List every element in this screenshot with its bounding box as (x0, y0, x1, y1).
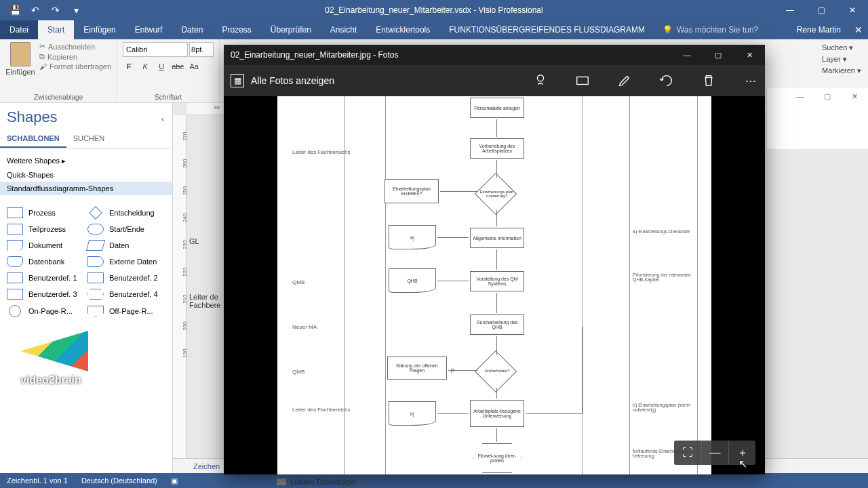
tab-view[interactable]: Ansicht (321, 20, 366, 39)
rotate-icon[interactable] (659, 73, 674, 88)
ribbon-tabs: Datei Start Einfügen Entwurf Daten Proze… (0, 20, 868, 39)
swimlane-label-gl: GL (189, 237, 220, 245)
shape-off-page-reference[interactable]: Off-Page-R... (87, 305, 165, 317)
qat-customize-icon[interactable]: ▾ (71, 5, 81, 16)
brush-icon: 🖌 (39, 62, 47, 70)
photos-minimize-button[interactable]: — (671, 45, 703, 65)
layer-button[interactable]: Layer ▾ (822, 55, 861, 64)
signed-in-user[interactable]: Rene Martin (797, 20, 841, 39)
font-name-select[interactable] (123, 42, 188, 57)
close-button[interactable]: ✕ (837, 0, 868, 20)
underline-button[interactable]: U (155, 62, 167, 70)
tab-start[interactable]: Start (38, 20, 74, 39)
photos-toolbar: ▦ Alle Fotos anzeigen ⋯ (224, 65, 765, 96)
more-shapes-item[interactable]: Weitere Shapes ▸ (7, 154, 165, 168)
shape-document[interactable]: Dokument (7, 240, 85, 251)
vertical-ruler: 270 260 250 240 230 220 210 200 190 (173, 115, 186, 473)
shapes-panel: Shapes ‹ SCHABLONEN SUCHEN Weitere Shape… (0, 103, 173, 473)
bg-close-icon[interactable]: ✕ (841, 88, 868, 104)
close-help-button[interactable]: ✕ (854, 20, 863, 39)
search-tab[interactable]: SUCHEN (66, 130, 111, 148)
shape-custom-2[interactable]: Benutzerdef. 2 (87, 272, 165, 283)
tab-review[interactable]: Überprüfen (261, 20, 321, 39)
font-size-select[interactable] (189, 42, 214, 57)
shape-start-end[interactable]: Start/Ende (87, 224, 165, 235)
share-icon[interactable] (533, 73, 548, 88)
window-title: 02_Einarbeitung_neuer_Mitarbeiter.vsdx -… (325, 5, 542, 15)
photos-close-button[interactable]: ✕ (734, 45, 765, 65)
find-button[interactable]: Suchen ▾ (822, 43, 861, 52)
displayed-image: Leiter des Fachbereichs QMB Neuer MA QMB… (277, 96, 711, 474)
paste-button[interactable]: Einfügen (5, 42, 35, 76)
swimlane-label-leiter: Leiter de Fachbere (189, 293, 220, 309)
photos-viewport[interactable]: Leiter des Fachbereichs QMB Neuer MA QMB… (224, 96, 765, 474)
save-icon[interactable]: 💾 (9, 5, 20, 16)
maximize-button[interactable]: ▢ (806, 0, 837, 20)
tab-file[interactable]: Datei (0, 20, 38, 39)
taskbar-disk-item[interactable]: Lokaler Datenträger (277, 476, 356, 488)
photos-app-window: 02_Einarbeitung_neuer_Mitarbeiter.jpg - … (224, 45, 765, 474)
font-group-label: Schriftart (123, 92, 214, 101)
quick-shapes-item[interactable]: Quick-Shapes (7, 168, 165, 182)
gallery-icon: ▦ (231, 74, 244, 87)
zoom-out-button[interactable]: — (701, 441, 728, 465)
status-bar: Zeichenbl. 1 von 1 Deutsch (Deutschland)… (0, 473, 868, 488)
undo-icon[interactable]: ↶ (30, 5, 41, 16)
shape-external-data[interactable]: Externe Daten (87, 256, 165, 267)
lightbulb-icon: 💡 (663, 25, 673, 35)
bg-maximize-icon[interactable]: ▢ (814, 88, 841, 104)
shape-process[interactable]: Prozess (7, 207, 85, 218)
italic-button[interactable]: K (139, 62, 151, 70)
watermark-logo: video2brain (0, 324, 172, 393)
shape-custom-1[interactable]: Benutzerdef. 1 (7, 272, 85, 283)
copy-icon: ⧉ (39, 52, 45, 61)
minimize-button[interactable]: — (774, 0, 806, 20)
language-indicator[interactable]: Deutsch (Deutschland) (81, 476, 157, 485)
standard-flowchart-stencil[interactable]: Standardflussdiagramm-Shapes (0, 182, 172, 195)
paste-icon (10, 42, 31, 66)
tab-data[interactable]: Daten (172, 20, 212, 39)
redo-icon[interactable]: ↷ (50, 5, 61, 16)
bold-button[interactable]: F (123, 62, 135, 70)
change-case-button[interactable]: Aa (188, 62, 200, 70)
tab-developer[interactable]: Entwicklertools (366, 20, 439, 39)
photos-title-bar: 02_Einarbeitung_neuer_Mitarbeiter.jpg - … (224, 45, 765, 65)
bg-minimize-icon[interactable]: — (787, 88, 814, 104)
shape-custom-3[interactable]: Benutzerdef. 3 (7, 289, 85, 300)
shape-subprocess[interactable]: Teilprozess (7, 224, 85, 235)
photos-window-title: 02_Einarbeitung_neuer_Mitarbeiter.jpg - … (231, 50, 399, 60)
shape-custom-4[interactable]: Benutzerdef. 4 (87, 289, 165, 300)
format-painter-button[interactable]: 🖌Format übertragen (39, 62, 111, 70)
show-all-photos-button[interactable]: ▦ Alle Fotos anzeigen (231, 74, 334, 87)
copy-button[interactable]: ⧉Kopieren (39, 52, 111, 61)
tab-design[interactable]: Entwurf (125, 20, 172, 39)
delete-icon[interactable] (701, 73, 716, 88)
shape-decision[interactable]: Entscheidung (87, 207, 165, 218)
strikethrough-button[interactable]: abc (172, 62, 184, 70)
select-button[interactable]: Markieren ▾ (822, 66, 861, 75)
tab-process[interactable]: Prozess (212, 20, 260, 39)
shape-database[interactable]: Datenbank (7, 256, 85, 267)
macro-recorder-icon[interactable]: ▣ (171, 476, 178, 485)
page-indicator: Zeichenbl. 1 von 1 (7, 476, 68, 485)
photos-maximize-button[interactable]: ▢ (703, 45, 734, 65)
cut-button[interactable]: ✂Ausschneiden (39, 42, 111, 51)
more-icon[interactable]: ⋯ (743, 73, 758, 88)
collapse-shapes-button[interactable]: ‹ (161, 115, 164, 124)
tab-insert[interactable]: Einfügen (74, 20, 125, 39)
edit-icon[interactable] (617, 73, 632, 88)
stencils-tab[interactable]: SCHABLONEN (0, 130, 66, 148)
clipboard-group-label: Zwischenablage (5, 92, 111, 101)
slideshow-icon[interactable] (575, 73, 590, 88)
tell-me-search[interactable]: 💡 Was möchten Sie tun? (654, 20, 766, 39)
background-window: — ▢ ✕ (766, 88, 868, 149)
tab-contextual-flowchart[interactable]: FUNKTIONSÜBERGREIFENDES FLUSSDIAGRAMM (439, 20, 654, 39)
chevron-right-icon: ▸ (62, 157, 66, 165)
shape-on-page-reference[interactable]: On-Page-R... (7, 305, 85, 317)
svg-rect-1 (577, 77, 589, 85)
shape-data[interactable]: Daten (87, 240, 165, 251)
fit-to-screen-button[interactable]: ⛶ (674, 441, 701, 465)
zoom-in-button[interactable]: ＋ (728, 441, 755, 465)
shapes-panel-title: Shapes (7, 108, 58, 126)
sheet-tab[interactable]: Zeichen (186, 461, 226, 472)
